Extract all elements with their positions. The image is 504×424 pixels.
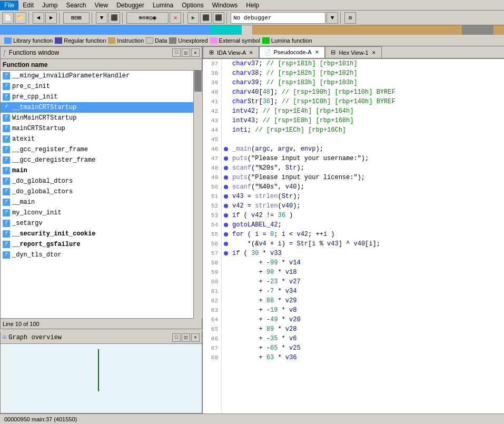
line-number: 52 — [203, 201, 221, 211]
fw-item-icon: f — [3, 146, 10, 153]
fw-list-item[interactable]: f__mingw_invalidParameterHandler — [1, 71, 193, 81]
go-restore-btn[interactable]: ◫ — [182, 333, 190, 342]
fw-item-label: __main — [12, 199, 35, 206]
code-line: goto LABEL_42; — [230, 220, 504, 230]
menu-view[interactable]: View — [90, 1, 112, 10]
fw-scrollbar[interactable] — [194, 71, 202, 319]
nav-overview-bar — [0, 25, 504, 35]
tab-pseudocode[interactable]: 📄 Pseudocode-A ✕ — [259, 46, 324, 58]
menu-help[interactable]: Help — [242, 1, 263, 10]
bullet-indicator — [222, 220, 230, 230]
functions-window-label: Functions window — [9, 49, 59, 56]
fw-item-icon: f — [3, 125, 10, 132]
fw-list-item[interactable]: f_do_global_dtors — [1, 176, 193, 186]
graph-overview-title-group: ⊞ Graph overview — [3, 333, 62, 341]
tab-ida-view[interactable]: ⊞ IDA View-A ✕ — [203, 46, 259, 58]
line-number: 53 — [203, 211, 221, 220]
fw-item-icon: f — [3, 188, 10, 195]
line-number: 50 — [203, 182, 221, 192]
menu-search[interactable]: Search — [62, 1, 90, 10]
fw-list-item[interactable]: fmy_lconv_init — [1, 208, 193, 218]
nav-end — [493, 25, 504, 35]
fw-list-item[interactable]: f__main — [1, 197, 193, 208]
toolbar-down-btn[interactable]: ▼ — [96, 12, 107, 24]
toolbar-debugger-btn[interactable]: ▼ — [327, 12, 338, 24]
fw-list-item[interactable]: fpre_cpp_init — [1, 92, 193, 102]
fw-list-item[interactable]: fatexit — [1, 134, 193, 144]
toolbar-play-btn[interactable]: ▶ — [187, 12, 199, 24]
fw-restore-btn[interactable]: ◫ — [182, 48, 190, 57]
line-number: 38 — [203, 68, 221, 78]
fw-item-label: __security_init_cookie — [12, 230, 95, 238]
bullet-dot — [224, 213, 228, 218]
menu-jump[interactable]: Jump — [38, 1, 62, 10]
line-number: 47 — [203, 154, 221, 163]
toolbar-back-btn[interactable]: ◄ — [33, 12, 44, 24]
fw-item-icon: f — [3, 241, 10, 248]
tab-ida-icon: ⊞ — [207, 49, 215, 56]
toolbar-btn5[interactable]: ⊕⊖⊗◎◉ — [126, 12, 169, 24]
toolbar-debugger-select[interactable]: No debugger — [231, 12, 325, 24]
fw-item-icon: f — [3, 156, 10, 164]
fw-list-item[interactable]: f__report_gsfailure — [1, 239, 193, 250]
fw-list-item[interactable]: fWinMainCRTStartup — [1, 113, 193, 123]
bullet-indicator — [222, 287, 230, 296]
tab-hex-close[interactable]: ✕ — [371, 50, 377, 56]
functions-window-header: ƒ Functions window □ ◫ ✕ — [0, 46, 202, 59]
toolbar-pause-btn[interactable]: ⬛ — [200, 12, 212, 24]
bullet-indicator — [222, 324, 230, 334]
legend-bar: Library function Regular function Instru… — [0, 35, 504, 46]
toolbar-btn4[interactable]: ⬛ — [108, 12, 120, 24]
fw-list-item[interactable]: f_do_global_ctors — [1, 186, 193, 197]
line-number: 66 — [203, 334, 221, 343]
fw-close-btn[interactable]: ✕ — [191, 48, 200, 57]
menu-options[interactable]: Options — [177, 1, 207, 10]
fw-list-item[interactable]: f__gcc_deregister_frame — [1, 155, 193, 165]
tab-hex-view[interactable]: ⊟ Hex View-1 ✕ — [325, 46, 382, 58]
toolbar-settings-btn[interactable]: ⚙ — [344, 12, 356, 24]
legend-unexplored-label: Unexplored — [178, 37, 207, 44]
code-area[interactable]: 3738394041424344454647484950515253545556… — [203, 59, 504, 413]
go-minimize-btn[interactable]: □ — [172, 333, 181, 342]
fw-list-item[interactable]: f__tmainCRTStartup — [1, 102, 193, 113]
fw-list-item[interactable]: fmainCRTStartup — [1, 123, 193, 134]
bullet-indicator — [222, 258, 230, 268]
fw-list-item[interactable]: fmain — [1, 165, 193, 176]
toolbar-btn3[interactable]: ⊞⊟⊠ — [63, 12, 90, 24]
toolbar-stop-btn[interactable]: ✕ — [170, 12, 181, 24]
tab-pseudo-close[interactable]: ✕ — [314, 49, 320, 55]
functions-list[interactable]: f__mingw_invalidParameterHandlerfpre_c_i… — [0, 71, 194, 319]
functions-col-label: Function name — [3, 61, 47, 68]
fw-minimize-btn[interactable]: □ — [172, 48, 181, 57]
fw-scrollbar-thumb[interactable] — [194, 71, 202, 92]
bullet-indicator — [222, 87, 230, 97]
tab-ida-close[interactable]: ✕ — [248, 50, 254, 56]
fw-item-label: __mingw_invalidParameterHandler — [12, 72, 130, 80]
go-close-btn[interactable]: ✕ — [191, 333, 200, 342]
line-number: 63 — [203, 305, 221, 315]
fw-list-item[interactable]: f__security_init_cookie — [1, 229, 193, 239]
code-line: int v43; // [rsp+1E8h] [rbp+168h] — [230, 116, 504, 125]
toolbar-stop2-btn[interactable]: ⬛ — [213, 12, 224, 24]
toolbar-fwd-btn[interactable]: ► — [45, 12, 57, 24]
menu-windows[interactable]: Windows — [208, 1, 242, 10]
fw-list-item[interactable]: fpre_c_init — [1, 81, 193, 92]
menu-edit[interactable]: Edit — [18, 1, 38, 10]
bullet-indicator — [222, 59, 230, 68]
toolbar-open-btn[interactable]: 📁 — [15, 12, 26, 24]
legend-lumina-label: Lumina function — [271, 37, 312, 44]
legend-regular-box — [55, 37, 62, 44]
fw-list-item[interactable]: f_setargv — [1, 218, 193, 229]
code-line: if ( v42 != 36 ) — [230, 211, 504, 220]
fw-item-icon: f — [3, 220, 10, 227]
fw-item-label: _setargv — [12, 220, 43, 227]
fw-list-item[interactable]: f__gcc_register_frame — [1, 144, 193, 155]
code-line: scanf("%20s", Str); — [230, 163, 504, 173]
fw-list-item[interactable]: f_dyn_tls_dtor — [1, 250, 193, 260]
menu-file[interactable]: File — [0, 1, 18, 10]
toolbar-new-btn[interactable]: 📄 — [2, 12, 14, 24]
menu-lumina[interactable]: Lumina — [149, 1, 177, 10]
fw-item-icon: f — [3, 83, 10, 90]
legend-library-label: Library function — [13, 37, 53, 44]
menu-debugger[interactable]: Debugger — [112, 1, 149, 10]
